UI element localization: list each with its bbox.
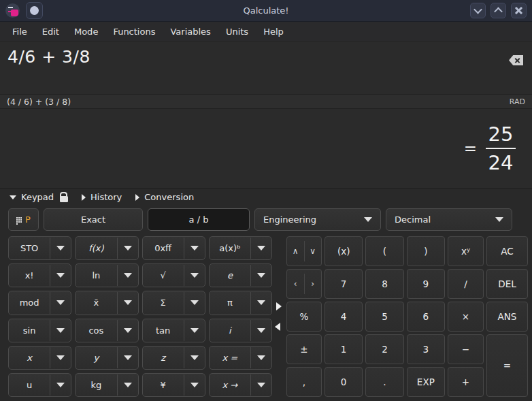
backspace-icon[interactable] <box>509 55 523 65</box>
dropdown-arrow-icon[interactable] <box>50 237 71 259</box>
key-equals[interactable]: = <box>486 334 528 397</box>
key-minus[interactable]: − <box>448 334 484 364</box>
tab-history[interactable]: History <box>82 192 122 202</box>
key-a-x-b[interactable]: a(x)ᵇ <box>209 236 272 260</box>
key-var-y[interactable]: y <box>75 346 138 370</box>
key-del[interactable]: DEL <box>486 269 528 299</box>
key-x-to[interactable]: x → <box>209 373 272 397</box>
keypad-lock-icon[interactable] <box>60 196 68 202</box>
titlebar[interactable]: Qalculate! <box>0 0 532 22</box>
dropdown-arrow-icon[interactable] <box>118 264 138 287</box>
key-multiply[interactable]: × <box>448 302 484 332</box>
key-currency[interactable]: ¥ <box>142 373 205 397</box>
key-digit-8[interactable]: 8 <box>365 269 403 299</box>
pane-expand-icon[interactable] <box>276 302 282 310</box>
programming-keypad-button[interactable]: P <box>8 208 39 231</box>
dropdown-arrow-icon[interactable] <box>118 237 138 259</box>
menu-functions[interactable]: Functions <box>105 23 163 40</box>
key-digit-2[interactable]: 2 <box>365 334 403 364</box>
key-x-equals[interactable]: x = <box>209 346 272 370</box>
tray-button[interactable] <box>26 2 43 19</box>
fraction-toggle-button[interactable]: a ∕ b <box>148 208 250 231</box>
dropdown-arrow-icon[interactable] <box>50 264 71 287</box>
dropdown-arrow-icon[interactable] <box>184 264 205 287</box>
menu-file[interactable]: File <box>5 23 35 40</box>
expression-input[interactable]: 4/6 + 3/8 <box>0 42 532 94</box>
key-percent[interactable]: % <box>286 302 322 332</box>
nav-down[interactable]: ∨ <box>305 237 322 266</box>
menu-units[interactable]: Units <box>218 23 256 40</box>
key-sqrt[interactable]: √ <box>142 263 205 287</box>
key-mean[interactable]: x̄ <box>75 291 138 315</box>
dropdown-arrow-icon[interactable] <box>118 374 138 396</box>
key-digit-4[interactable]: 4 <box>325 302 363 332</box>
dropdown-arrow-icon[interactable] <box>50 374 71 396</box>
key-e[interactable]: e <box>209 263 272 287</box>
key-digit-3[interactable]: 3 <box>407 334 445 364</box>
key-digit-9[interactable]: 9 <box>407 269 445 299</box>
minimize-button[interactable] <box>470 3 486 18</box>
dropdown-arrow-icon[interactable] <box>50 319 71 342</box>
dropdown-arrow-icon[interactable] <box>184 237 205 259</box>
key-digit-5[interactable]: 5 <box>365 302 403 332</box>
key-plus-minus[interactable]: ± <box>286 334 322 364</box>
key-digit-0[interactable]: 0 <box>325 367 363 397</box>
key-unit-kg[interactable]: kg <box>75 373 138 397</box>
key-hex[interactable]: 0xff <box>142 236 205 260</box>
key-digit-6[interactable]: 6 <box>407 302 445 332</box>
key-dot[interactable]: . <box>365 367 403 397</box>
dropdown-arrow-icon[interactable] <box>251 291 271 314</box>
dropdown-arrow-icon[interactable] <box>50 291 71 314</box>
number-format-dropdown[interactable]: Engineering <box>254 208 381 231</box>
key-tan[interactable]: tan <box>142 319 205 342</box>
key-unit-u[interactable]: u <box>8 373 71 397</box>
dropdown-arrow-icon[interactable] <box>251 264 271 287</box>
tab-conversion[interactable]: Conversion <box>135 192 194 202</box>
dropdown-arrow-icon[interactable] <box>251 237 271 259</box>
key-ln[interactable]: ln <box>75 263 138 287</box>
tab-keypad[interactable]: Keypad <box>10 192 68 202</box>
key-mod[interactable]: mod <box>8 291 71 315</box>
nav-left-right-button[interactable]: ‹ › <box>286 269 322 299</box>
key-var-z[interactable]: z <box>142 346 205 370</box>
key-fx[interactable]: f(x) <box>75 236 138 260</box>
key-sin[interactable]: sin <box>8 319 71 342</box>
nav-up-down-button[interactable]: ∧ ∨ <box>286 236 322 266</box>
key-comma[interactable]: , <box>286 367 322 397</box>
key-power[interactable]: xʸ <box>448 236 484 266</box>
key-sto[interactable]: STO <box>8 236 71 260</box>
key-pi[interactable]: π <box>209 291 272 315</box>
key-smart-parentheses[interactable]: (x) <box>325 236 363 266</box>
nav-up[interactable]: ∧ <box>287 237 304 266</box>
maximize-button[interactable] <box>491 3 506 18</box>
dropdown-arrow-icon[interactable] <box>184 374 205 396</box>
dropdown-arrow-icon[interactable] <box>251 347 271 369</box>
dropdown-arrow-icon[interactable] <box>184 347 205 369</box>
close-button[interactable] <box>511 3 527 18</box>
key-sum[interactable]: Σ <box>142 291 205 315</box>
key-open-paren[interactable]: ( <box>365 236 403 266</box>
key-close-paren[interactable]: ) <box>407 236 445 266</box>
key-divide[interactable]: ∕ <box>448 269 484 299</box>
menu-edit[interactable]: Edit <box>35 23 67 40</box>
dropdown-arrow-icon[interactable] <box>118 347 138 369</box>
key-factorial[interactable]: x! <box>8 263 71 287</box>
nav-forward[interactable]: › <box>305 270 322 298</box>
dropdown-arrow-icon[interactable] <box>251 319 271 342</box>
pane-collapse-icon[interactable] <box>275 323 280 331</box>
dropdown-arrow-icon[interactable] <box>118 319 138 342</box>
key-plus[interactable]: + <box>448 367 484 397</box>
dropdown-arrow-icon[interactable] <box>184 319 205 342</box>
key-i[interactable]: i <box>209 319 272 342</box>
menu-variables[interactable]: Variables <box>163 23 218 40</box>
dropdown-arrow-icon[interactable] <box>50 347 71 369</box>
key-digit-1[interactable]: 1 <box>325 334 363 364</box>
dropdown-arrow-icon[interactable] <box>118 291 138 314</box>
menu-mode[interactable]: Mode <box>67 23 105 40</box>
key-ac[interactable]: AC <box>486 236 528 266</box>
dropdown-arrow-icon[interactable] <box>184 291 205 314</box>
key-var-x[interactable]: x <box>8 346 71 370</box>
menu-help[interactable]: Help <box>256 23 291 40</box>
exact-toggle-button[interactable]: Exact <box>44 208 143 231</box>
key-ans[interactable]: ANS <box>486 302 528 332</box>
